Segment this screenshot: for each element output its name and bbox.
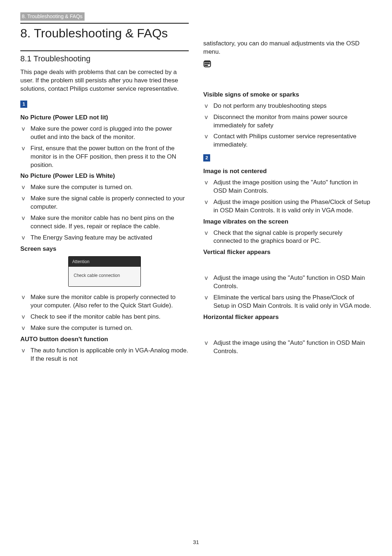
list-item: Make sure the signal cable is properly c…	[20, 195, 189, 211]
list-item: Check to see if the monitor cable has be…	[20, 313, 189, 321]
list-item: Make sure the power cord is plugged into…	[20, 125, 189, 142]
rule	[20, 50, 189, 51]
list-item: First, ensure that the power button on t…	[20, 144, 189, 169]
topic-heading: No Picture (Power LED not lit)	[20, 114, 189, 122]
list-item: Do not perform any troubleshooting steps	[203, 102, 372, 110]
list-item: Adjust the image position using the Phas…	[203, 198, 372, 215]
osd-message-box: Attention Check cable connection	[20, 256, 189, 287]
topic-heading: Screen says	[20, 245, 189, 253]
right-column: satisfactory, you can do manual adjustme…	[203, 23, 372, 366]
list-item: Adjust the image position using the "Aut…	[203, 179, 372, 195]
topic-heading: Horizontal flicker appears	[203, 313, 372, 322]
page-number: 31	[0, 539, 392, 546]
list-item: Make sure the monitor cable has no bent …	[20, 214, 189, 231]
intro-paragraph: This page deals with problems that can b…	[20, 68, 189, 93]
chapter-title: 8. Troubleshooting & FAQs	[20, 25, 189, 42]
list-item: Contact with Philips customer service re…	[203, 132, 372, 149]
list-item: The auto function is applicable only in …	[20, 347, 189, 363]
note-icon	[203, 60, 211, 68]
left-column: 8. Troubleshooting & FAQs 8.1 Troublesho…	[20, 23, 189, 366]
list-item: Make sure the computer is turned on.	[20, 183, 189, 192]
topic-heading: Visible signs of smoke or sparks	[203, 91, 372, 99]
list-item: Make sure the computer is turned on.	[20, 324, 189, 332]
section-badge-2: 2	[203, 154, 210, 162]
list-item: The Energy Saving feature may be activat…	[20, 234, 189, 242]
osd-body: Check cable connection	[69, 267, 140, 286]
list-item: Eliminate the vertical bars using the Ph…	[203, 294, 372, 310]
section-badge-1: 1	[20, 101, 27, 108]
two-column-layout: 8. Troubleshooting & FAQs 8.1 Troublesho…	[20, 23, 372, 366]
running-header: 8. Troubleshooting & FAQs	[20, 12, 85, 21]
topic-heading: Vertical flicker appears	[203, 248, 372, 257]
subchapter-title: 8.1 Troubleshooting	[20, 53, 189, 64]
list-item: Adjust the image using the "Auto" functi…	[203, 339, 372, 356]
osd-header: Attention	[69, 257, 140, 267]
page: 8. Troubleshooting & FAQs 8. Troubleshoo…	[0, 0, 392, 556]
topic-heading: Image is not centered	[203, 167, 372, 176]
topic-heading: AUTO button doesn't function	[20, 335, 189, 344]
list-item: Disconnect the monitor from mains power …	[203, 113, 372, 130]
list-item: Make sure the monitor cable is properly …	[20, 293, 189, 310]
list-item: Adjust the image using the "Auto" functi…	[203, 274, 372, 291]
topic-heading: Image vibrates on the screen	[203, 218, 372, 226]
rule	[20, 23, 189, 24]
list-item: Check that the signal cable is properly …	[203, 229, 372, 246]
continuation-text: satisfactory, you can do manual adjustme…	[203, 40, 372, 56]
topic-heading: No Picture (Power LED is White)	[20, 172, 189, 180]
